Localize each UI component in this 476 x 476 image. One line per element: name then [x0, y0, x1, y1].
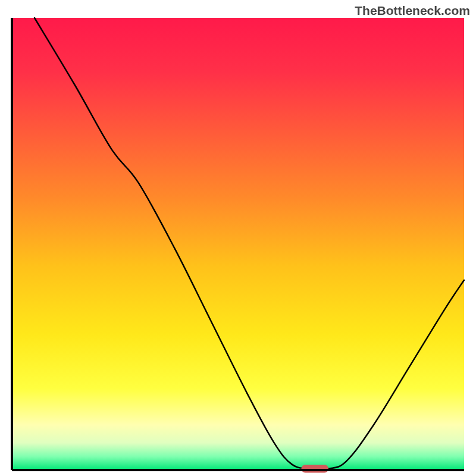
chart-svg: [0, 0, 476, 476]
plot-background: [12, 18, 464, 470]
bottleneck-chart: TheBottleneck.com: [0, 0, 476, 476]
marker-optimal-point: [301, 465, 328, 473]
watermark-text: TheBottleneck.com: [355, 4, 470, 18]
